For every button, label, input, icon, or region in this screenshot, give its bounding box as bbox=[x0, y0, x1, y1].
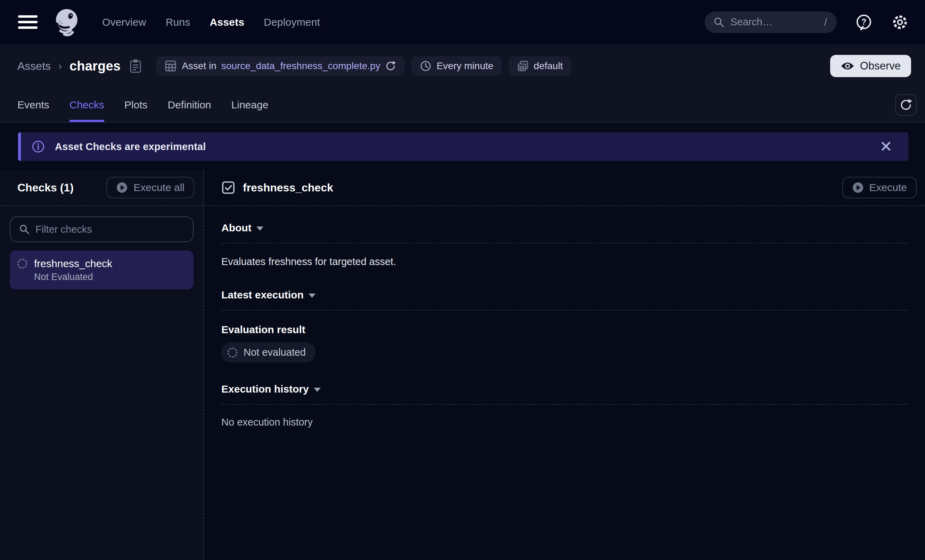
filter-checks-input[interactable] bbox=[35, 224, 185, 235]
tab-plots[interactable]: Plots bbox=[124, 88, 148, 122]
freshness-policy-chip[interactable]: Every minute bbox=[411, 56, 502, 76]
reload-location-icon[interactable] bbox=[385, 60, 396, 72]
asset-header: Assets › charges bbox=[0, 44, 925, 123]
nav-item-runs[interactable]: Runs bbox=[166, 17, 190, 28]
check-detail-body: About Evaluates freshness for targeted a… bbox=[204, 206, 925, 428]
freshness-policy-label: Every minute bbox=[437, 60, 493, 72]
checks-panels: Checks (1) Execute all bbox=[0, 170, 925, 560]
chevron-down-icon bbox=[256, 226, 264, 231]
code-location-prefix: Asset in bbox=[182, 60, 217, 72]
page-title: charges bbox=[69, 59, 121, 74]
settings-gear-icon[interactable] bbox=[891, 13, 909, 31]
check-item-name: freshness_check bbox=[34, 257, 186, 271]
nav-links: Overview Runs Assets Deployment bbox=[102, 17, 320, 28]
execution-history-empty-text: No execution history bbox=[221, 417, 908, 428]
clock-icon bbox=[420, 60, 432, 72]
dagster-logo-icon[interactable] bbox=[53, 8, 80, 36]
play-circle-icon bbox=[852, 182, 864, 194]
help-icon[interactable]: ? bbox=[855, 13, 873, 31]
play-circle-icon bbox=[116, 182, 128, 194]
breadcrumb: Assets › charges bbox=[0, 44, 925, 88]
divider bbox=[221, 310, 908, 310]
svg-text:?: ? bbox=[862, 17, 866, 26]
sidebar-header: Checks (1) Execute all bbox=[0, 170, 203, 206]
info-icon bbox=[31, 140, 45, 154]
check-list-item-freshness-check[interactable]: freshness_check Not Evaluated bbox=[10, 250, 194, 289]
banner-area: Asset Checks are experimental ✕ bbox=[0, 123, 925, 170]
check-description: Evaluates freshness for targeted asset. bbox=[221, 256, 908, 268]
tab-definition[interactable]: Definition bbox=[167, 88, 211, 122]
chevron-down-icon bbox=[309, 294, 315, 298]
chevron-down-icon bbox=[314, 388, 321, 392]
nav-item-overview[interactable]: Overview bbox=[102, 17, 146, 28]
refresh-button[interactable] bbox=[895, 94, 917, 116]
latest-execution-section-toggle[interactable]: Latest execution bbox=[221, 289, 315, 301]
global-search-input[interactable]: Search… / bbox=[705, 12, 837, 33]
search-placeholder: Search… bbox=[731, 17, 819, 28]
nav-right-cluster: Search… / ? bbox=[705, 12, 909, 33]
execute-all-label: Execute all bbox=[133, 182, 185, 194]
tab-checks[interactable]: Checks bbox=[69, 88, 104, 122]
observe-button[interactable]: Observe bbox=[830, 55, 911, 77]
about-section-toggle[interactable]: About bbox=[221, 222, 264, 234]
code-location-file-link[interactable]: source_data_freshness_complete.py bbox=[221, 60, 381, 72]
execute-label: Execute bbox=[869, 182, 907, 194]
checkbox-icon bbox=[221, 181, 235, 194]
hamburger-menu-icon[interactable] bbox=[17, 13, 38, 31]
filter-search-icon bbox=[19, 224, 30, 235]
nav-item-assets[interactable]: Assets bbox=[209, 17, 244, 28]
execute-all-button[interactable]: Execute all bbox=[106, 177, 194, 198]
group-label: default bbox=[534, 60, 563, 72]
evaluation-result-badge: Not evaluated bbox=[221, 343, 315, 362]
banner-message: Asset Checks are experimental bbox=[55, 141, 206, 152]
execute-button[interactable]: Execute bbox=[842, 177, 917, 198]
dagster-app: Overview Runs Assets Deployment Search… … bbox=[0, 0, 925, 560]
not-evaluated-spinner-icon bbox=[17, 259, 27, 268]
check-detail-title: freshness_check bbox=[243, 181, 333, 194]
observe-button-label: Observe bbox=[860, 60, 901, 72]
execution-history-section-toggle[interactable]: Execution history bbox=[221, 383, 321, 395]
breadcrumb-separator: › bbox=[59, 60, 62, 72]
asset-tabs: Events Checks Plots Definition Lineage bbox=[17, 88, 268, 122]
evaluation-result-label: Evaluation result bbox=[221, 324, 306, 336]
banner-close-icon[interactable]: ✕ bbox=[877, 138, 895, 156]
experimental-banner: Asset Checks are experimental ✕ bbox=[18, 132, 908, 161]
check-detail-panel: freshness_check Execute About bbox=[204, 170, 925, 560]
sidebar-body: freshness_check Not Evaluated bbox=[0, 206, 203, 300]
filter-checks-field bbox=[10, 217, 194, 242]
check-detail-header: freshness_check Execute bbox=[204, 170, 925, 206]
checks-sidebar: Checks (1) Execute all bbox=[0, 170, 204, 560]
refresh-icon bbox=[899, 98, 913, 111]
tab-lineage[interactable]: Lineage bbox=[231, 88, 269, 122]
breadcrumb-assets-link[interactable]: Assets bbox=[17, 60, 51, 72]
divider bbox=[221, 243, 908, 244]
table-grid-icon bbox=[164, 60, 177, 72]
divider bbox=[221, 404, 908, 405]
nav-item-deployment[interactable]: Deployment bbox=[264, 17, 320, 28]
group-chip[interactable]: default bbox=[509, 56, 571, 76]
check-item-status: Not Evaluated bbox=[34, 271, 186, 283]
code-location-chip: Asset in source_data_freshness_complete.… bbox=[156, 56, 404, 76]
checks-count-title: Checks (1) bbox=[17, 181, 74, 194]
asset-tabs-row: Events Checks Plots Definition Lineage bbox=[0, 88, 925, 122]
top-navbar: Overview Runs Assets Deployment Search… … bbox=[0, 0, 925, 44]
eye-icon bbox=[841, 61, 854, 71]
search-icon bbox=[713, 17, 725, 28]
group-grid-icon bbox=[517, 60, 529, 72]
latest-execution-heading: Latest execution bbox=[221, 289, 304, 301]
tab-events[interactable]: Events bbox=[17, 88, 49, 122]
copy-asset-name-icon[interactable] bbox=[129, 58, 142, 74]
evaluation-result-value: Not evaluated bbox=[244, 347, 306, 358]
not-evaluated-spinner-icon bbox=[227, 348, 237, 357]
search-shortcut-hint: / bbox=[824, 17, 827, 28]
about-heading: About bbox=[221, 222, 252, 234]
execution-history-heading: Execution history bbox=[221, 383, 309, 395]
